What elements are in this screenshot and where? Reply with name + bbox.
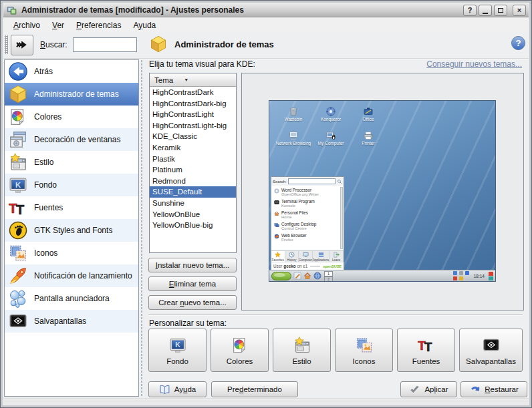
sidebar-item[interactable]: Administrador de temas: [5, 83, 138, 106]
get-new-themes-link[interactable]: Conseguir nuevos temas...: [426, 59, 522, 69]
theme-row[interactable]: Plastik: [150, 154, 236, 165]
page-title: Administrador de temas: [174, 39, 274, 49]
toolbar: Buscar:: [4, 33, 137, 57]
defaults-button[interactable]: Predeterminado: [211, 381, 298, 397]
sidebar-item[interactable]: Colores: [5, 106, 138, 128]
toolbar-grip[interactable]: [5, 35, 8, 54]
choose-label: Elija tu tema visual para KDE:: [149, 59, 255, 69]
sidebar-item-icon: [8, 311, 28, 331]
sidebar-item[interactable]: Decoración de ventanas: [5, 128, 138, 151]
theme-row[interactable]: HighContrastDark: [150, 87, 236, 98]
help-icon: ?: [468, 6, 473, 14]
customize-button[interactable]: Fuentes: [397, 329, 455, 372]
preview-kmenu-item: Web BrowserFirefox: [274, 233, 339, 242]
create-theme-button[interactable]: Crear nuevo tema...: [148, 295, 237, 310]
menu-item[interactable]: Ver: [46, 19, 70, 31]
choose-row: Elija tu tema visual para KDE: Conseguir…: [149, 59, 522, 69]
customize-button[interactable]: Fondo: [148, 329, 207, 372]
menu-item[interactable]: Preferencias: [70, 19, 127, 31]
reset-button[interactable]: Restaurar: [460, 381, 527, 397]
search-input[interactable]: [73, 37, 137, 52]
book-icon: [159, 384, 170, 395]
preview-kmenu-item: Terminal ProgramKonsole: [274, 199, 339, 208]
customize-row: Fondo Colores Estilo Iconos Fuentes: [148, 329, 523, 372]
preview-desktop-icon: Printer: [350, 130, 387, 146]
splitter-handle[interactable]: [140, 59, 144, 397]
remove-theme-button[interactable]: Eliminar tema: [148, 276, 237, 291]
preview-desktop-icon-glyph: [363, 106, 374, 117]
home-icon: [303, 272, 311, 280]
sidebar-item[interactable]: GTK Styles and Fonts: [5, 219, 138, 242]
preview-kmenu-tab-icon: [334, 252, 340, 258]
theme-row[interactable]: Redmond: [150, 176, 236, 187]
theme-manager-icon: [149, 35, 168, 53]
titlebar[interactable]: Administrador de temas [modificado] - Aj…: [3, 3, 529, 17]
sidebar-item-label: Estilo: [34, 158, 53, 167]
customize-button[interactable]: Estilo: [273, 329, 331, 372]
sidebar-item[interactable]: Iconos: [5, 242, 138, 264]
window-title: Administrador de temas [modificado] - Aj…: [21, 5, 244, 15]
help-button[interactable]: [511, 35, 526, 51]
theme-row[interactable]: HighContrastDark-big: [150, 98, 236, 110]
sidebar-item[interactable]: Fondo: [5, 174, 138, 196]
preview-kmenu-tab: Applications: [313, 251, 329, 262]
konqueror-icon: [313, 272, 321, 280]
suse-menu-button: [271, 272, 291, 280]
customize-button[interactable]: Salvapantallas: [459, 329, 523, 372]
preview-kmenu-tab-icon: [303, 252, 309, 258]
sidebar-item[interactable]: Salvapantallas: [5, 310, 138, 333]
apply-button[interactable]: Aplicar: [400, 381, 457, 397]
sidebar-item-icon: [8, 107, 28, 127]
sidebar-item-label: Colores: [34, 112, 61, 122]
maximize-button[interactable]: [494, 5, 507, 16]
sidebar-item[interactable]: Pantalla anunciadora: [5, 287, 138, 310]
sidebar-item[interactable]: Estilo: [5, 151, 138, 174]
theme-row[interactable]: HighContrastLight-big: [150, 120, 236, 132]
clear-search-button[interactable]: [11, 35, 33, 55]
maximize-icon: [498, 8, 503, 13]
theme-row[interactable]: Keramik: [150, 142, 236, 154]
theme-row[interactable]: HighContrastLight: [150, 109, 236, 120]
help-footer-button[interactable]: Ayuda: [148, 381, 207, 397]
preview-kmenu-tabs: Favorites History Computer: [271, 250, 344, 262]
sidebar-item[interactable]: Notificación de lanzamiento: [5, 264, 138, 287]
preview-desktop-icon-glyph: [325, 130, 336, 141]
opensuse-brand: openSUSE: [323, 264, 342, 268]
app-window: Administrador de temas [modificado] - Aj…: [0, 0, 532, 408]
preview-kmenu-item: Word ProcessorOpenOffice.org Writer: [274, 188, 339, 197]
preview-search-box: [288, 178, 336, 184]
theme-row[interactable]: Platinum: [150, 164, 236, 176]
sidebar-item-label: GTK Styles and Fonts: [34, 226, 112, 235]
titlebar-help-button[interactable]: ?: [463, 5, 477, 16]
theme-preview-image: Wastebin Konqueror Office Networ: [269, 100, 496, 282]
sidebar-item[interactable]: Fuentes: [5, 196, 138, 219]
sidebar-item-icon: [8, 288, 28, 309]
sidebar-item-label: Pantalla anunciadora: [34, 294, 110, 303]
theme-list-header[interactable]: Tema ▼: [150, 73, 236, 87]
sidebar-item-icon: [8, 61, 28, 81]
theme-row[interactable]: Sunshine: [150, 198, 236, 209]
theme-row[interactable]: YellowOnBlue-big: [150, 220, 236, 231]
sidebar-item-label: Atrás: [34, 67, 53, 76]
personalize-label: Personalizar su tema:: [149, 319, 227, 328]
sidebar-item-label: Notificación de lanzamiento: [34, 271, 132, 280]
customize-button[interactable]: Iconos: [335, 329, 393, 372]
theme-rows: HighContrastDark HighContrastDark-big Hi…: [150, 87, 236, 231]
menu-item[interactable]: Ayuda: [127, 19, 162, 31]
menu-item[interactable]: Archivo: [7, 19, 46, 31]
close-button[interactable]: ×: [513, 5, 526, 16]
preview-desktop-icon: Wastebin: [275, 106, 312, 122]
theme-row[interactable]: YellowOnBlue: [150, 209, 236, 220]
horizontal-separator: [148, 315, 523, 316]
theme-row[interactable]: SUSE_Default: [150, 186, 236, 198]
install-theme-button[interactable]: Instalar nuevo tema...: [148, 258, 237, 272]
pen-icon: [293, 272, 301, 280]
preview-kmenu-tab: Leave: [329, 251, 344, 262]
sidebar-item-label: Salvapantallas: [34, 317, 86, 326]
tray-clipboard-icon: [459, 271, 463, 275]
sidebar-item-icon: [8, 130, 28, 150]
theme-row[interactable]: KDE_Classic: [150, 131, 236, 142]
sidebar-item[interactable]: Atrás: [5, 60, 138, 83]
minimize-button[interactable]: [479, 5, 492, 16]
customize-button[interactable]: Colores: [211, 329, 269, 372]
